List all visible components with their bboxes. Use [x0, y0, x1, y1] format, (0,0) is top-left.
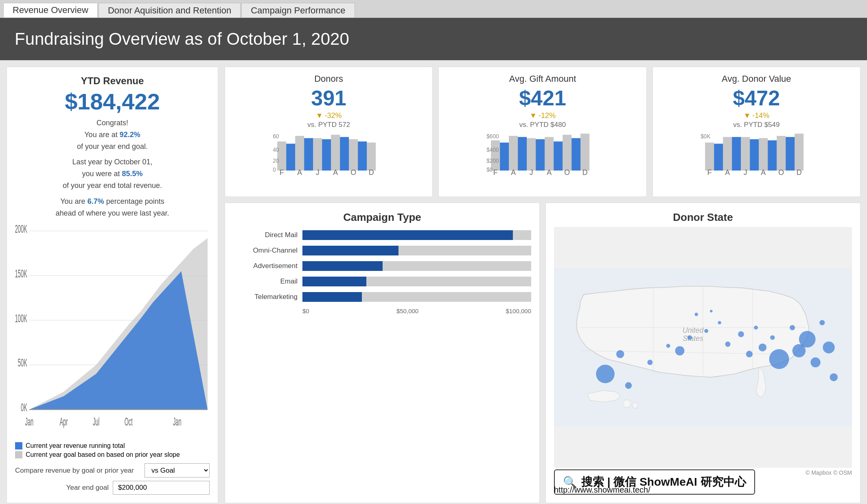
map-title: Donor State [554, 211, 852, 224]
tab-donor-acquisition[interactable]: Donor Aquisition and Retention [99, 3, 241, 17]
bar-container-directmail [302, 230, 531, 240]
bar-axis: $0 $50,000 $100,000 [302, 308, 531, 314]
svg-text:A: A [547, 168, 552, 176]
kpi-gift-title: Avg. Gift Amount [509, 74, 576, 84]
kpi-gift-value: $421 [519, 87, 566, 110]
main-content: YTD Revenue $184,422 Congrats! You are a… [0, 60, 867, 504]
svg-point-98 [738, 331, 744, 337]
svg-rect-24 [286, 144, 295, 170]
bar-container-telemarketing [302, 292, 531, 302]
campaign-bar-directmail: Direct Mail [233, 230, 531, 240]
left-panel: YTD Revenue $184,422 Congrats! You are a… [7, 67, 218, 503]
bar-label-directmail: Direct Mail [233, 231, 302, 239]
kpi-avg-gift: Avg. Gift Amount $421 ▼ -12% vs. PYTD $4… [438, 67, 646, 197]
kpi-avg-donor: Avg. Donor Value $472 ▼ -14% vs. PYTD $5… [652, 67, 860, 197]
svg-point-112 [710, 310, 713, 312]
svg-point-97 [725, 342, 730, 347]
bar-fg-directmail [302, 230, 513, 240]
bar-label-ad: Advertisement [233, 262, 302, 270]
svg-point-107 [810, 358, 820, 367]
svg-rect-48 [554, 142, 563, 171]
kpi-donor-vs: vs. PYTD $549 [733, 121, 779, 129]
svg-text:O: O [565, 168, 570, 176]
svg-point-96 [718, 321, 721, 324]
svg-text:$400: $400 [486, 147, 499, 153]
svg-rect-19 [295, 136, 304, 170]
svg-point-91 [647, 360, 652, 365]
svg-rect-68 [750, 139, 759, 170]
tab-revenue-overview[interactable]: Revenue Overview [3, 3, 98, 17]
svg-text:$600: $600 [486, 133, 499, 140]
bar-fg-ad [302, 261, 383, 271]
svg-rect-41 [527, 138, 536, 171]
header-title: Fundraising Overview as of October 1, 20… [15, 29, 349, 48]
legend-item-goal: Current year goal based on based on prio… [15, 451, 210, 458]
svg-text:20: 20 [273, 158, 279, 164]
ytd-lastyear: Last year by October 01, you were at 85.… [15, 156, 210, 191]
compare-select[interactable]: vs Goal vs Prior Year [144, 463, 210, 478]
tabs-bar: Revenue Overview Donor Aquisition and Re… [0, 0, 867, 18]
dashboard-header: Fundraising Overview as of October 1, 20… [0, 18, 867, 60]
svg-text:D: D [582, 168, 588, 176]
svg-text:A: A [511, 168, 516, 176]
top-kpis: Donors 391 ▼ -32% vs. PYTD 572 [225, 67, 860, 197]
svg-text:0K: 0K [21, 401, 27, 414]
kpi-donor-change: ▼ -14% [743, 111, 769, 120]
svg-point-85 [632, 402, 638, 408]
kpi-gift-change: ▼ -12% [530, 111, 556, 120]
svg-rect-43 [563, 135, 571, 170]
bottom-panels: Campaign Type Direct Mail Omni-Channel [225, 203, 860, 503]
svg-rect-28 [358, 142, 367, 171]
compare-row: Compare revenue by goal or prior year vs… [15, 463, 210, 478]
svg-text:A: A [725, 168, 730, 176]
campaign-bar-email: Email [233, 277, 531, 286]
svg-rect-23 [367, 143, 376, 171]
bar-label-omni: Omni-Channel [233, 247, 302, 255]
svg-point-92 [666, 344, 670, 348]
svg-point-100 [754, 326, 758, 330]
right-panels: Donors 391 ▼ -32% vs. PYTD 572 [225, 67, 860, 503]
svg-rect-62 [741, 137, 750, 171]
svg-rect-22 [349, 139, 358, 170]
down-arrow-icon-donor: ▼ [743, 111, 751, 120]
svg-text:150K: 150K [15, 267, 27, 280]
svg-point-103 [769, 349, 789, 369]
tab-campaign-performance[interactable]: Campaign Performance [241, 3, 355, 17]
ytd-title: YTD Revenue [15, 75, 210, 87]
gift-mini-chart: F A J A O D $600 $400 $200 $0 [443, 131, 642, 176]
svg-point-95 [704, 329, 708, 333]
kpi-donor-value: $472 [733, 87, 780, 110]
svg-text:$0K: $0K [701, 133, 711, 140]
svg-rect-61 [723, 137, 732, 171]
svg-text:A: A [297, 168, 302, 176]
svg-rect-20 [313, 138, 322, 171]
svg-text:J: J [743, 168, 747, 176]
svg-point-108 [819, 320, 825, 325]
svg-text:D: D [369, 168, 374, 176]
svg-rect-65 [795, 134, 804, 171]
svg-rect-66 [714, 144, 723, 170]
kpi-gift-vs: vs. PYTD $480 [519, 121, 566, 129]
goal-input[interactable] [113, 481, 210, 495]
campaign-bar-telemarketing: Telemarketing [233, 292, 531, 302]
svg-text:A: A [761, 168, 766, 176]
bar-label-email: Email [233, 277, 302, 286]
svg-text:40: 40 [273, 147, 279, 153]
campaign-bar-ad: Advertisement [233, 261, 531, 271]
svg-rect-27 [340, 137, 349, 171]
svg-text:A: A [333, 168, 338, 176]
svg-text:60: 60 [273, 133, 279, 140]
area-chart-svg: 200K 150K 100K 50K 0K Jan Apr Jul Oct [15, 222, 210, 436]
svg-point-93 [675, 346, 685, 356]
svg-point-89 [616, 350, 624, 358]
svg-text:J: J [530, 168, 533, 176]
us-map-svg: United States [554, 227, 852, 468]
svg-point-102 [770, 335, 775, 340]
svg-text:O: O [350, 168, 356, 176]
svg-text:Jul: Jul [93, 415, 100, 428]
svg-rect-21 [331, 135, 340, 170]
svg-text:200K: 200K [15, 223, 27, 236]
map-panel: Donor State [545, 203, 860, 503]
svg-text:Apr: Apr [59, 415, 68, 428]
bar-fg-omni [302, 246, 398, 255]
